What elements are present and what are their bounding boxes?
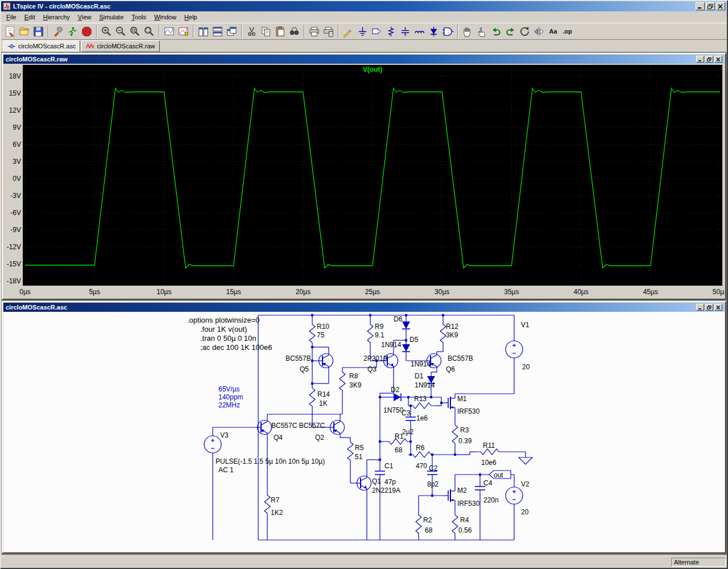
- svg-text:R3: R3: [460, 426, 469, 434]
- svg-text:10e6: 10e6: [481, 459, 497, 467]
- move-icon: [462, 26, 474, 38]
- schematic-close-button[interactable]: [714, 304, 722, 311]
- waveform-restore-button[interactable]: [705, 56, 713, 63]
- toolbar-zoom-extents-button[interactable]: [128, 24, 142, 38]
- toolbar-undo-button[interactable]: [489, 24, 503, 38]
- rotate-icon: [519, 26, 531, 38]
- menu-edit[interactable]: Edit: [20, 12, 39, 22]
- toolbar-new-schematic-button[interactable]: [3, 24, 17, 38]
- schematic-window-titlebar[interactable]: circloMOScascR.asc: [3, 303, 725, 312]
- waveform-close-button[interactable]: [714, 56, 722, 63]
- menu-simulate[interactable]: Simulate: [95, 12, 127, 22]
- undo-icon: [490, 26, 502, 38]
- toolbar-open-button[interactable]: [17, 24, 31, 38]
- svg-text:-12V: -12V: [7, 243, 21, 251]
- toolbar-zoom-fit-button[interactable]: [142, 24, 156, 38]
- toolbar-control-panel-button[interactable]: [51, 24, 65, 38]
- waveform-window-titlebar[interactable]: circloMOScascR.raw: [3, 55, 725, 64]
- tab-circloMOScascR.raw[interactable]: circloMOScascR.raw: [81, 40, 159, 52]
- toolbar-rotate-button[interactable]: [518, 24, 532, 38]
- menu-tools[interactable]: Tools: [127, 12, 150, 22]
- toolbar-separator: [159, 25, 160, 38]
- waveform-plot[interactable]: V(out)18V15V12V9V6V3V0V-3V-6V-9V-12V-15V…: [3, 64, 725, 298]
- toolbar-tile-vertical-button[interactable]: [196, 24, 210, 38]
- schematic-minimize-button[interactable]: [696, 304, 704, 311]
- svg-text:BC557B: BC557B: [286, 354, 311, 362]
- menu-hierarchy[interactable]: Hierarchy: [39, 12, 74, 22]
- halt-icon: [81, 26, 93, 38]
- toolbar-zoom-in-button[interactable]: [100, 24, 114, 38]
- toolbar-halt-button[interactable]: [80, 24, 94, 38]
- toolbar-cascade-button[interactable]: [225, 24, 239, 38]
- svg-text:D6: D6: [394, 315, 403, 323]
- menu-file[interactable]: File: [2, 12, 20, 22]
- net-label-icon: [371, 26, 383, 38]
- schematic-restore-button[interactable]: [705, 304, 713, 311]
- svg-text:2P3019: 2P3019: [363, 354, 387, 362]
- find-icon: [288, 26, 300, 38]
- svg-text:75: 75: [317, 331, 325, 339]
- toolbar-ground-button[interactable]: [355, 24, 370, 38]
- toolbar-redo-button[interactable]: [503, 24, 518, 38]
- text-icon: Aa: [549, 28, 557, 35]
- menu-window[interactable]: Window: [150, 12, 180, 22]
- toolbar-copy-button[interactable]: [259, 24, 273, 38]
- menu-view[interactable]: View: [74, 12, 96, 22]
- toolbar-mirror-button[interactable]: [532, 24, 546, 38]
- paste-icon: [274, 26, 286, 38]
- toolbar-print-preview-button[interactable]: [321, 24, 336, 38]
- waveform-window: circloMOScascR.raw V(out)18V15V12V9V6V3V…: [2, 53, 726, 300]
- toolbar-drag-button[interactable]: [475, 24, 489, 38]
- zoom-fit-icon: [143, 26, 155, 38]
- svg-text:40µs: 40µs: [573, 288, 588, 296]
- toolbar-separator: [48, 25, 49, 38]
- svg-text:C1: C1: [384, 462, 394, 470]
- tile-vertical-icon: [197, 26, 209, 38]
- status-bar: Alternate: [1, 555, 727, 568]
- tab-bar: circloMOScascR.asccircloMOScascR.raw: [1, 40, 727, 52]
- toolbar-paste-button[interactable]: [273, 24, 287, 38]
- svg-text:45µs: 45µs: [643, 288, 658, 296]
- mdi-workspace: circloMOScascR.raw V(out)18V15V12V9V6V3V…: [1, 52, 727, 555]
- restore-button[interactable]: [706, 2, 715, 10]
- svg-text:6V: 6V: [13, 141, 21, 149]
- schematic-canvas[interactable]: .options plotwinsize=0.four 1K v(out).tr…: [3, 312, 725, 552]
- component-icon: [442, 26, 454, 38]
- svg-text:V1: V1: [521, 321, 530, 329]
- waveform-minimize-button[interactable]: [696, 56, 704, 63]
- toolbar-autorange-y-button[interactable]: [162, 24, 176, 38]
- toolbar-resistor-button[interactable]: [384, 24, 398, 38]
- toolbar-diode-button[interactable]: [427, 24, 441, 38]
- menu-help[interactable]: Help: [180, 12, 201, 22]
- new-schematic-icon: [4, 26, 16, 38]
- tab-circloMOScascR.asc[interactable]: circloMOScascR.asc: [3, 40, 80, 52]
- toolbar-cut-button[interactable]: [245, 24, 259, 38]
- svg-text:R9: R9: [375, 323, 384, 331]
- minimize-button[interactable]: [696, 2, 705, 10]
- toolbar-find-button[interactable]: [287, 24, 301, 38]
- toolbar-separator: [338, 25, 339, 38]
- schematic-window-title: circloMOScascR.asc: [6, 304, 67, 311]
- app-icon: [3, 2, 11, 10]
- svg-text:Q2: Q2: [315, 434, 324, 442]
- svg-text:2N2219A: 2N2219A: [372, 486, 400, 494]
- toolbar-save-button[interactable]: [31, 24, 46, 38]
- toolbar-move-button[interactable]: [461, 24, 475, 38]
- toolbar-plot-settings-button[interactable]: [176, 24, 191, 38]
- svg-text:1e6: 1e6: [416, 414, 428, 422]
- toolbar-wire-button[interactable]: [341, 24, 355, 38]
- toolbar-inductor-button[interactable]: [412, 24, 427, 38]
- toolbar-spice-directive-button[interactable]: .op: [560, 24, 574, 38]
- toolbar-print-button[interactable]: [307, 24, 321, 38]
- svg-text:V2: V2: [521, 480, 530, 488]
- title-bar[interactable]: LTspice IV - circloMOScascR.asc: [1, 1, 727, 11]
- toolbar-text-button[interactable]: Aa: [546, 24, 560, 38]
- toolbar-net-label-button[interactable]: [370, 24, 384, 38]
- toolbar-tile-horizontal-button[interactable]: [210, 24, 225, 38]
- close-button[interactable]: [716, 2, 725, 10]
- toolbar-zoom-out-button[interactable]: [114, 24, 128, 38]
- toolbar-capacitor-button[interactable]: [398, 24, 412, 38]
- toolbar-run-button[interactable]: [65, 24, 80, 38]
- svg-text:20: 20: [522, 363, 530, 371]
- toolbar-component-button[interactable]: [441, 24, 455, 38]
